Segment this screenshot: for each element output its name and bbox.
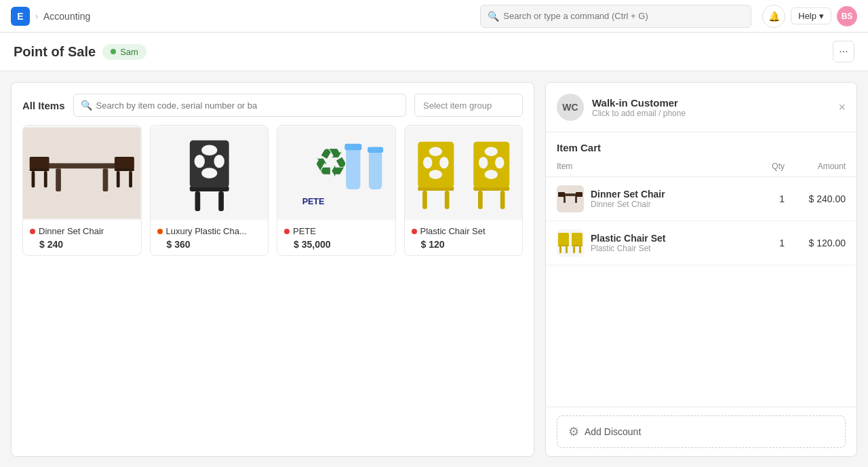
svg-rect-48 bbox=[575, 196, 577, 203]
session-label: Sam bbox=[120, 47, 138, 57]
cart-item-amount: $ 240.00 bbox=[785, 193, 846, 204]
breadcrumb-chevron: › bbox=[35, 12, 38, 21]
svg-point-20 bbox=[201, 168, 217, 178]
items-header: All Items 🔍 Select item group bbox=[22, 94, 523, 117]
product-card-pete[interactable]: ♻ PETE PETE $ 35,000 bbox=[277, 125, 396, 256]
cart-item-plastic-chair-set[interactable]: Plastic Chair Set Plastic Chair Set 1 $ … bbox=[546, 221, 856, 265]
cart-title: Item Cart bbox=[557, 142, 846, 153]
col-header-amount: Amount bbox=[785, 162, 846, 171]
product-info-dinner-set-chair: Dinner Set Chair $ 240 bbox=[23, 221, 141, 255]
customer-sub: Click to add email / phone bbox=[592, 109, 830, 118]
cart-footer: ⚙ Add Discount bbox=[546, 407, 856, 456]
search-input[interactable] bbox=[503, 11, 744, 21]
svg-rect-54 bbox=[566, 246, 568, 253]
svg-point-34 bbox=[422, 157, 431, 168]
svg-rect-59 bbox=[572, 233, 583, 245]
product-name: Dinner Set Chair bbox=[39, 226, 104, 236]
svg-point-33 bbox=[429, 147, 441, 155]
customer-section: WC Walk-in Customer Click to add email /… bbox=[546, 83, 856, 132]
search-icon: 🔍 bbox=[488, 11, 499, 22]
product-price: $ 360 bbox=[157, 239, 262, 250]
svg-rect-50 bbox=[576, 192, 583, 197]
notification-button[interactable]: 🔔 bbox=[762, 5, 785, 28]
svg-rect-25 bbox=[369, 150, 382, 189]
cart-item-sub: Dinner Set Chair bbox=[591, 200, 751, 209]
topnav: E › Accounting 🔍 🔔 Help ▾ BS bbox=[0, 0, 868, 33]
discount-icon: ⚙ bbox=[568, 424, 579, 439]
svg-rect-9 bbox=[117, 171, 120, 187]
svg-rect-47 bbox=[564, 196, 566, 203]
product-card-luxury-plastic-chair[interactable]: Luxury Plastic Cha... $ 360 bbox=[150, 125, 269, 256]
topnav-actions: 🔔 Help ▾ BS bbox=[762, 5, 857, 28]
close-customer-button[interactable]: × bbox=[838, 100, 846, 115]
svg-rect-24 bbox=[344, 144, 361, 151]
user-avatar[interactable]: BS bbox=[837, 6, 857, 26]
svg-rect-31 bbox=[444, 191, 449, 209]
svg-rect-26 bbox=[368, 147, 383, 153]
svg-rect-11 bbox=[115, 157, 134, 168]
item-search-input[interactable] bbox=[96, 100, 399, 111]
product-dot bbox=[412, 229, 417, 234]
svg-point-43 bbox=[495, 157, 504, 168]
product-info-pete: PETE $ 35,000 bbox=[277, 221, 395, 255]
help-button[interactable]: Help ▾ bbox=[791, 7, 831, 24]
more-options-button[interactable]: ··· bbox=[833, 41, 854, 62]
svg-rect-57 bbox=[573, 246, 575, 253]
cart-item-qty: 1 bbox=[751, 193, 785, 204]
svg-text:♻: ♻ bbox=[313, 141, 349, 185]
customer-info[interactable]: Walk-in Customer Click to add email / ph… bbox=[592, 97, 830, 118]
product-grid: Dinner Set Chair $ 240 bbox=[22, 125, 523, 256]
items-title: All Items bbox=[22, 100, 65, 111]
svg-rect-3 bbox=[103, 168, 108, 191]
product-image-pete: ♻ PETE bbox=[277, 126, 395, 221]
product-name: PETE bbox=[293, 226, 316, 236]
svg-point-35 bbox=[439, 157, 448, 168]
product-card-plastic-chair-set[interactable]: Plastic Chair Set $ 120 bbox=[404, 125, 524, 256]
product-info-luxury-plastic-chair: Luxury Plastic Cha... $ 360 bbox=[151, 221, 269, 255]
global-search[interactable]: 🔍 bbox=[480, 5, 751, 28]
product-image-plastic-chair-set bbox=[405, 126, 523, 221]
add-discount-label: Add Discount bbox=[585, 426, 641, 437]
product-image-dinner-set-chair bbox=[23, 126, 141, 221]
svg-point-42 bbox=[478, 157, 487, 168]
svg-rect-39 bbox=[500, 191, 505, 209]
svg-rect-2 bbox=[56, 168, 61, 191]
svg-point-17 bbox=[201, 145, 217, 155]
cart-item-details: Dinner Set Chair Dinner Set Chair bbox=[591, 189, 751, 209]
page-header: Point of Sale Sam ··· bbox=[0, 33, 868, 71]
cart-columns: Item Qty Amount bbox=[546, 159, 856, 177]
cart-item-image bbox=[557, 229, 584, 257]
svg-point-18 bbox=[194, 155, 204, 168]
customer-avatar: WC bbox=[557, 94, 584, 121]
session-badge[interactable]: Sam bbox=[102, 44, 146, 60]
product-price: $ 240 bbox=[30, 239, 134, 250]
group-select-label: Select item group bbox=[423, 100, 492, 111]
item-group-select[interactable]: Select item group bbox=[414, 94, 523, 117]
cart-items-list: Dinner Set Chair Dinner Set Chair 1 $ 24… bbox=[546, 177, 856, 407]
product-image-luxury-plastic-chair bbox=[151, 126, 269, 221]
svg-rect-7 bbox=[30, 157, 50, 168]
svg-rect-1 bbox=[43, 164, 121, 169]
svg-rect-55 bbox=[558, 233, 569, 245]
svg-rect-53 bbox=[559, 246, 561, 253]
cart-item-name: Dinner Set Chair bbox=[591, 189, 751, 200]
product-price: $ 120 bbox=[412, 239, 516, 250]
product-info-plastic-chair-set: Plastic Chair Set $ 120 bbox=[405, 221, 523, 255]
svg-rect-15 bbox=[218, 191, 224, 211]
svg-rect-23 bbox=[346, 147, 360, 189]
cart-item-dinner-set-chair[interactable]: Dinner Set Chair Dinner Set Chair 1 $ 24… bbox=[546, 177, 856, 221]
product-dot bbox=[157, 229, 163, 234]
item-search-wrap[interactable]: 🔍 bbox=[73, 94, 406, 117]
main-layout: All Items 🔍 Select item group bbox=[0, 71, 868, 467]
more-icon: ··· bbox=[839, 45, 848, 58]
app-logo[interactable]: E bbox=[11, 7, 30, 26]
cart-item-image bbox=[557, 185, 584, 212]
search-icon: 🔍 bbox=[81, 100, 92, 111]
product-name: Luxury Plastic Cha... bbox=[166, 226, 247, 236]
col-header-item: Item bbox=[557, 162, 751, 171]
product-card-dinner-set-chair[interactable]: Dinner Set Chair $ 240 bbox=[22, 125, 142, 256]
svg-rect-6 bbox=[44, 171, 47, 187]
add-discount-button[interactable]: ⚙ Add Discount bbox=[557, 415, 846, 448]
cart-item-amount: $ 120.00 bbox=[785, 238, 846, 248]
product-dot bbox=[284, 229, 290, 234]
